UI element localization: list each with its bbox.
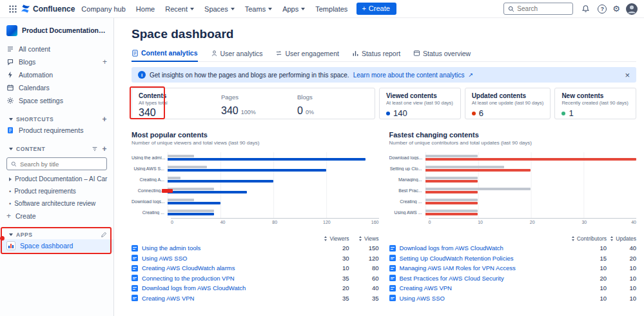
page-link[interactable]: Creating AWS VPN [142, 295, 312, 302]
list-item: Creating AWS CloudWatch alarms 10 80 [132, 263, 379, 273]
updated-contents-label: Updated contents [472, 92, 544, 99]
stat-pages-pct: 100% [241, 109, 256, 115]
add-content-icon[interactable]: + [102, 145, 107, 153]
page-doc-icon [389, 255, 396, 261]
add-shortcut-icon[interactable]: + [102, 115, 107, 123]
list-item: Using the admin tools 20 150 [132, 243, 379, 253]
fastest-changing-contents-panel: Fastest changing contents Number of uniq… [389, 131, 637, 303]
settings-gear-icon[interactable]: ⚙ [612, 5, 620, 13]
column-header-viewers[interactable]: Viewers [312, 235, 349, 242]
user-avatar[interactable] [626, 3, 638, 15]
x-tick: 10 [478, 220, 483, 224]
banner-learn-more-link[interactable]: Learn more about the content analytics [353, 72, 465, 79]
tab-status-report[interactable]: Status report [352, 49, 400, 61]
tab-user-analytics[interactable]: User analytics [211, 49, 263, 61]
viewers-value: 20 [312, 244, 349, 252]
bar-viewers [168, 177, 181, 179]
page-doc-icon [389, 295, 396, 301]
tabs-bar: Content analytics User analytics User en… [132, 49, 636, 62]
page-link[interactable]: Managing AWS IAM Roles for VPN Access [400, 264, 570, 272]
x-axis: 0 40 80 120 160 [171, 218, 379, 226]
shortcut-product-requirements[interactable]: Product requirements [0, 124, 113, 137]
stat-pages-label: Pages [221, 94, 297, 101]
confluence-logo[interactable]: Confluence [21, 4, 75, 14]
tree-item-product-documentation[interactable]: Product Documentation – AI Car [0, 173, 113, 185]
sidebar-item-space-settings[interactable]: Space settings [0, 94, 113, 107]
content-search[interactable] [6, 157, 107, 170]
filter-icon[interactable] [92, 146, 98, 152]
tab-content-analytics[interactable]: Content analytics [132, 49, 198, 62]
edit-pencil-icon[interactable] [101, 232, 107, 238]
page-link[interactable]: Best Practices for AWS Cloud Security [400, 275, 570, 282]
bar-views [168, 180, 273, 183]
page-link[interactable]: Using AWS SSO [142, 255, 312, 262]
chart-category-label: Managing... [389, 177, 425, 182]
bar-contributors [425, 177, 478, 179]
viewers-value: 35 [312, 295, 349, 302]
column-header-views[interactable]: Views [349, 235, 379, 242]
page-link[interactable]: Setting Up CloudWatch Retention Policies [400, 255, 570, 262]
bar-updates [425, 202, 478, 204]
nav-apps[interactable]: Apps [282, 5, 305, 13]
apps-section-header[interactable]: APPS [0, 230, 113, 239]
views-value: 60 [349, 275, 379, 282]
add-blog-icon[interactable]: + [102, 58, 107, 66]
page-doc-icon [132, 265, 138, 272]
nav-company-hub[interactable]: Company hub [81, 5, 126, 13]
nav-recent[interactable]: Recent [165, 5, 194, 13]
stat-contents-sub: All types total [139, 100, 221, 106]
global-search-input[interactable] [517, 5, 569, 12]
sidebar-item-blogs[interactable]: Blogs + [0, 55, 113, 68]
content-search-input[interactable] [20, 161, 102, 168]
sidebar-item-blogs-label: Blogs [19, 58, 35, 66]
content-section-header[interactable]: CONTENT + [0, 144, 113, 153]
sidebar-item-space-dashboard[interactable]: Space dashboard [0, 239, 113, 252]
list-item: Using AWS SSO 30 120 [132, 253, 379, 264]
updates-value: 20 [607, 255, 636, 262]
page-link[interactable]: Using AWS SSO [400, 295, 570, 302]
nav-spaces[interactable]: Spaces [204, 5, 235, 13]
most-popular-contents-chart: Using the admi... Using AWS S... Creatin… [132, 152, 379, 226]
shortcut-product-requirements-label: Product requirements [19, 126, 83, 134]
app-switcher-icon[interactable] [6, 3, 19, 15]
nav-teams[interactable]: Teams [245, 5, 272, 13]
nav-teams-label: Teams [245, 5, 266, 13]
sidebar-item-automation[interactable]: Automation [0, 68, 113, 81]
page-link[interactable]: Download logs from AWS CloudWatch [400, 244, 570, 252]
sidebar-item-space-settings-label: Space settings [19, 97, 63, 104]
column-header-contributors[interactable]: Contributors [564, 235, 607, 242]
sidebar-item-all-content[interactable]: All content [0, 43, 113, 55]
stat-blogs: Blogs 0 0% [297, 92, 314, 115]
space-header[interactable]: Product Documentation - AI Car [0, 25, 113, 36]
tab-status-overview[interactable]: Status overview [413, 49, 471, 61]
stat-blogs-pct: 0% [306, 109, 314, 115]
page-link[interactable]: Using the admin tools [142, 244, 312, 252]
tab-user-engagement[interactable]: User engagement [275, 49, 338, 61]
help-icon[interactable]: ? [598, 5, 607, 14]
sidebar-item-calendars[interactable]: Calendars [0, 81, 113, 94]
page-link[interactable]: Download logs from AWS CloudWatch [142, 284, 312, 291]
global-search[interactable] [503, 3, 573, 15]
tree-item-product-requirements[interactable]: • Product requirements [0, 185, 113, 197]
tab-user-analytics-label: User analytics [220, 50, 263, 57]
x-axis: 0 10 20 30 40 [429, 218, 637, 226]
stat-pages: Pages 340 100% [221, 92, 297, 115]
page-link[interactable]: Creating AWS CloudWatch alarms [142, 264, 312, 272]
sidebar-create-button[interactable]: + Create [0, 210, 113, 222]
space-sidebar: Product Documentation - AI Car All conte… [0, 18, 114, 316]
page-link[interactable]: Creating AWS VPN [400, 284, 570, 291]
nav-templates[interactable]: Templates [315, 5, 347, 13]
chart-category-label: Creating ... [132, 210, 168, 215]
column-header-updates[interactable]: Updates [607, 235, 636, 242]
views-value: 150 [349, 244, 379, 252]
nav-home[interactable]: Home [136, 5, 155, 13]
page-link[interactable]: Connecting to the production VPN [142, 275, 312, 282]
tree-item-software-architecture-review[interactable]: • Software architecture review [0, 197, 113, 210]
banner-close-icon[interactable]: × [625, 71, 630, 79]
notifications-bell-icon[interactable] [579, 3, 592, 15]
blogs-icon [6, 58, 14, 66]
shortcuts-section-header[interactable]: SHORTCUTS + [0, 115, 113, 124]
create-button[interactable]: + Create [356, 3, 396, 15]
calendar-icon [6, 84, 14, 92]
nav-apps-label: Apps [282, 5, 298, 13]
